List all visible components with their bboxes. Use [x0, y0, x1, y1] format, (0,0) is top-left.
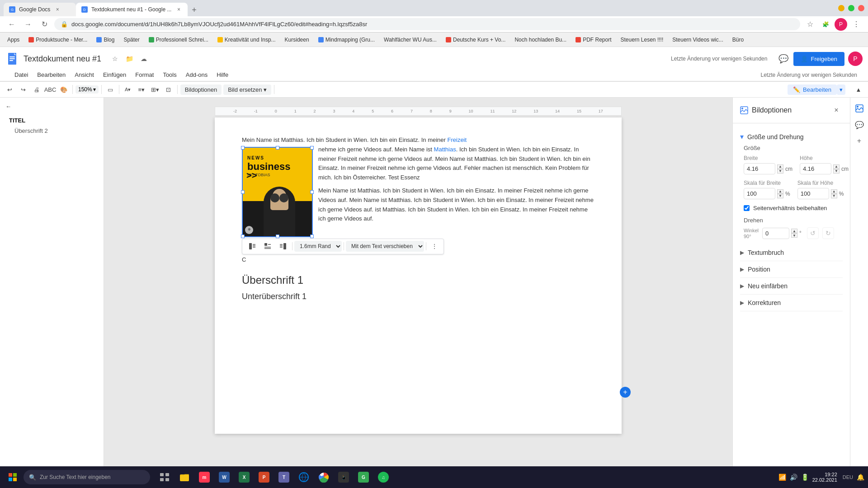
bookmark-wahlfaecher[interactable]: Wahlfächer WU Aus...	[380, 35, 440, 45]
profile-icon[interactable]: P	[835, 18, 847, 31]
close-window-button[interactable]	[858, 5, 864, 11]
height-up[interactable]: ▲	[833, 164, 840, 169]
bookmark-kursideen[interactable]: Kursideen	[281, 35, 313, 45]
cloud-sync-icon[interactable]: ☁	[138, 53, 149, 64]
print-button[interactable]: 🖨	[31, 84, 42, 95]
scale-height-up[interactable]: ▲	[831, 189, 837, 194]
image-options-button[interactable]: Bildoptionen	[180, 84, 222, 95]
columns-btn[interactable]: ⊞▾	[149, 84, 161, 95]
rotation-down[interactable]: ▼	[791, 233, 797, 238]
taskbar-language[interactable]: DEU	[843, 474, 853, 480]
img-options-close-button[interactable]: ×	[830, 104, 843, 117]
bookmark-hochladen[interactable]: Noch hochladen Bu...	[511, 35, 570, 45]
refresh-button[interactable]: ↻	[38, 18, 51, 31]
width-input[interactable]	[744, 163, 775, 174]
extension-icon[interactable]: 🧩	[819, 18, 832, 31]
bookmark-professionell[interactable]: Professionell Schrei...	[145, 35, 212, 45]
resize-handle-bm[interactable]	[276, 235, 279, 238]
menu-tools[interactable]: Tools	[159, 70, 180, 80]
collapse-toolbar-button[interactable]: ▲	[853, 84, 864, 95]
tab-close-docs[interactable]: ×	[54, 6, 61, 13]
bookmark-spaeter[interactable]: Später	[120, 35, 143, 45]
bookmark-star[interactable]: ☆	[804, 18, 816, 31]
link-freizeit[interactable]: Freizeit	[448, 136, 467, 143]
scale-width-input[interactable]	[744, 188, 775, 199]
more-menu[interactable]: ⋮	[850, 18, 863, 31]
position-section[interactable]: ▶ Position	[740, 261, 843, 278]
comments-side-icon[interactable]: 💬	[852, 117, 867, 132]
recolor-section[interactable]: ▶ Neu einfärben	[740, 278, 843, 295]
bookmark-apps[interactable]: Apps	[4, 35, 23, 45]
aspect-ratio-checkbox[interactable]	[744, 205, 750, 211]
bookmark-buero[interactable]: Büro	[729, 35, 747, 45]
resize-handle-br[interactable]	[310, 235, 314, 238]
taskbar-word[interactable]: W	[215, 468, 233, 486]
menu-addons[interactable]: Add-ons	[182, 70, 211, 80]
bookmark-mindmapping[interactable]: Mindmapping (Gru...	[315, 35, 378, 45]
comments-icon[interactable]: 💬	[777, 52, 790, 65]
bookmark-produktsuche[interactable]: Produktsuche - Mer...	[25, 35, 91, 45]
tab-textdoc[interactable]: D Textdokument neu #1 - Google ... ×	[76, 3, 188, 16]
bookmark-kreativitaet[interactable]: Kreativität und Insp...	[214, 35, 279, 45]
highlight-btn[interactable]: A▾	[122, 84, 134, 95]
scale-width-stepper[interactable]: ▲ ▼	[777, 189, 783, 198]
taskbar-teams[interactable]: T	[275, 468, 293, 486]
taskbar-clock[interactable]: 19:22 22.02.2021	[812, 472, 837, 483]
spellcheck-button[interactable]: ABC	[44, 84, 56, 95]
rotation-angle-input[interactable]	[762, 228, 789, 239]
add-content-button[interactable]: +	[620, 387, 631, 398]
taskbar-monday-app[interactable]: m	[195, 468, 213, 486]
tab-google-docs[interactable]: G Google Docs ×	[4, 3, 76, 16]
forward-button[interactable]: →	[22, 18, 34, 31]
bookmark-steuern-lesen[interactable]: Steuern Lesen !!!!	[617, 35, 667, 45]
height-down[interactable]: ▼	[833, 169, 840, 174]
document-image[interactable]: NEWS business MIT TOBIAS >>	[242, 147, 313, 237]
taskbar-network-icon[interactable]: 📶	[778, 474, 786, 481]
menu-ansicht[interactable]: Ansicht	[71, 70, 98, 80]
width-down[interactable]: ▼	[777, 169, 783, 174]
outline-item-titel[interactable]: TITEL	[5, 115, 98, 126]
resize-handle-tl[interactable]	[241, 146, 245, 150]
show-print-layout[interactable]: ▭	[104, 84, 116, 95]
line-spacing-btn[interactable]: ≡▾	[136, 84, 147, 95]
paint-format-button[interactable]: 🎨	[58, 84, 70, 95]
width-stepper[interactable]: ▲ ▼	[777, 164, 783, 174]
margin-btn[interactable]: ⊡	[163, 84, 175, 95]
taskbar-notification-icon[interactable]: 🔔	[857, 474, 864, 481]
bookmark-deutsche-kurs[interactable]: Deutsche Kurs + Vo...	[442, 35, 509, 45]
wrap-left-btn[interactable]	[245, 241, 259, 252]
margin-select[interactable]: 1.6mm Rand	[294, 241, 342, 252]
share-button[interactable]: 👤 Freigeben	[793, 52, 844, 66]
link-matthias[interactable]: Matthias	[434, 146, 456, 153]
text-wrap-section[interactable]: ▶ Textumbruch	[740, 244, 843, 261]
corrections-section[interactable]: ▶ Korrekturen	[740, 295, 843, 311]
height-input[interactable]	[800, 163, 831, 174]
taskbar-docs-app[interactable]: G	[354, 468, 373, 486]
height-stepper[interactable]: ▲ ▼	[833, 164, 840, 174]
wrap-inline-btn[interactable]	[260, 241, 275, 252]
folder-icon[interactable]: 📁	[124, 53, 135, 64]
width-up[interactable]: ▲	[777, 164, 783, 169]
taskbar-file-explorer[interactable]	[175, 468, 193, 486]
taskbar-powerpoint[interactable]: P	[255, 468, 273, 486]
bookmark-blog[interactable]: Blog	[93, 35, 118, 45]
back-button[interactable]: ←	[5, 18, 18, 31]
rotation-stepper[interactable]: ▲ ▼	[791, 229, 797, 238]
menu-datei[interactable]: Datei	[11, 70, 32, 80]
more-options-btn[interactable]: ⋮	[428, 240, 441, 253]
url-bar[interactable]: 🔒 docs.google.com/document/d/1hUH8k6h7Lb…	[54, 18, 800, 30]
add-side-icon[interactable]: +	[852, 134, 867, 148]
bookmark-steuern-videos[interactable]: Steuern Videos wic...	[669, 35, 727, 45]
user-avatar[interactable]: P	[848, 52, 863, 66]
rotate-ccw-button[interactable]: ↺	[807, 227, 819, 239]
taskbar-device-manager[interactable]: 📱	[335, 468, 353, 486]
resize-handle-ml[interactable]	[241, 190, 245, 194]
taskbar-chrome[interactable]	[315, 468, 333, 486]
edit-dropdown-button[interactable]: ▾	[837, 84, 845, 95]
edit-button[interactable]: ✏️ Bearbeiten	[788, 84, 837, 95]
redo-button[interactable]: ↪	[17, 84, 29, 95]
size-rotation-header[interactable]: ▾ Größe und Drehung	[740, 129, 843, 145]
resize-handle-tr[interactable]	[310, 146, 314, 150]
image-options-side-icon[interactable]	[852, 101, 867, 116]
menu-bearbeiten[interactable]: Bearbeiten	[33, 70, 69, 80]
